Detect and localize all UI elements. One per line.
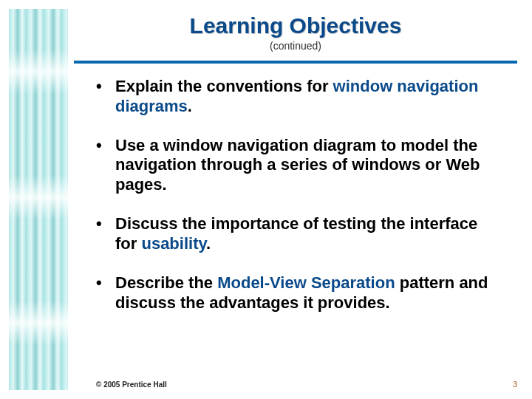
slide-body: Explain the conventions for window navig… xyxy=(96,77,502,332)
bullet-list: Explain the conventions for window navig… xyxy=(96,77,502,313)
title-underline xyxy=(74,61,517,64)
bullet-text-pre: Describe the xyxy=(115,273,217,292)
bullet-text-pre: Use a window navigation diagram to model… xyxy=(115,136,480,194)
slide-subtitle: (continued) xyxy=(74,40,517,52)
copyright-footer: © 2005 Prentice Hall xyxy=(96,381,167,389)
bullet-text-post: . xyxy=(206,234,211,253)
slide-header: Learning Objectives (continued) xyxy=(74,13,517,52)
list-item: Use a window navigation diagram to model… xyxy=(96,136,502,195)
slide-title: Learning Objectives xyxy=(74,13,517,38)
list-item: Explain the conventions for window navig… xyxy=(96,77,502,117)
list-item: Describe the Model-View Separation patte… xyxy=(96,273,502,313)
list-item: Discuss the importance of testing the in… xyxy=(96,214,502,254)
bullet-term: Model-View Separation xyxy=(217,273,395,292)
bullet-text-post: . xyxy=(188,97,192,115)
bullet-term: usability xyxy=(141,234,206,253)
decorative-sidebar xyxy=(9,9,68,390)
bullet-text-pre: Explain the conventions for xyxy=(115,77,333,95)
page-number: 3 xyxy=(513,380,517,389)
